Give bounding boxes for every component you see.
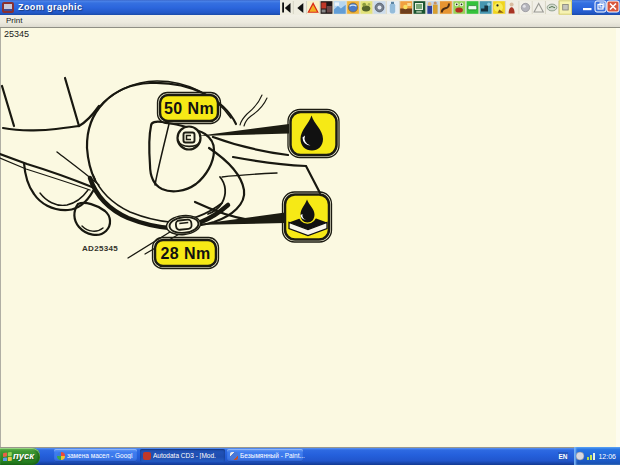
svg-text:AD25345: AD25345 bbox=[82, 244, 118, 253]
svg-text:50 Nm: 50 Nm bbox=[164, 100, 214, 117]
svg-text:28 Nm: 28 Nm bbox=[160, 245, 210, 262]
